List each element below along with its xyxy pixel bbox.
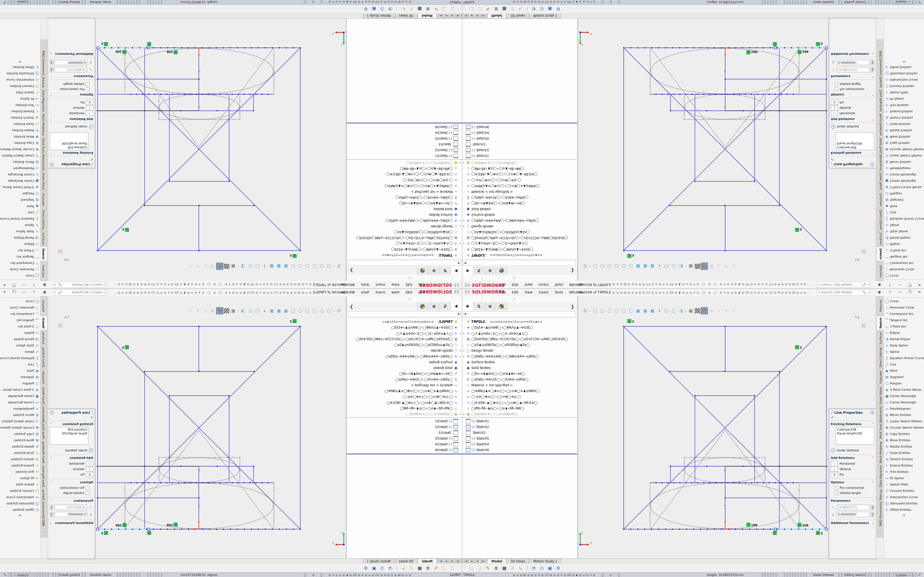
tree-item[interactable]: ◆ Surface Bodies xyxy=(347,359,462,365)
view-toolbar-icon[interactable]: ◨ xyxy=(240,308,246,314)
relation-entry[interactable]: Equal length109 xyxy=(837,432,873,435)
view-toolbar-icon[interactable]: ▦ xyxy=(230,308,236,314)
add-relation-button[interactable]: — Horizontal xyxy=(50,461,93,466)
view-toolbar-icon[interactable]: ▢ xyxy=(599,263,606,269)
tree-filter-input[interactable]: ▼ xyxy=(348,260,461,266)
add-relation-button[interactable]: | Vertical xyxy=(50,466,93,472)
tree-item[interactable]: ▱ ◯✣ИN◎♟✦◯✻⊙∣◯∘◯∣⊙✻◯✦♟◎NИ✣◯ xyxy=(462,183,577,189)
tool-button[interactable]: ⊞ Segment xyxy=(884,374,924,380)
close-button[interactable]: ✕ xyxy=(918,290,921,294)
view-toolbar-icon[interactable]: ↶ xyxy=(701,263,708,270)
feature-manager-tab[interactable]: ⇅ xyxy=(439,302,451,311)
minimize-button[interactable]: — xyxy=(898,283,902,287)
tool-button[interactable]: ◈ 3 Point Center Recta... xyxy=(0,184,40,190)
feature-manager-tab[interactable]: ❖ xyxy=(462,266,473,275)
tool-button[interactable]: ◯ Circle xyxy=(884,272,924,279)
sketch-item[interactable]: (-) Sketch1 xyxy=(462,153,577,159)
tool-button[interactable]: ╱ Line xyxy=(0,361,40,367)
panel-help-icon[interactable]: ? xyxy=(870,411,874,414)
menu-item[interactable]: Tools xyxy=(361,283,370,287)
command-manager-tab[interactable]: MBD Dimensions xyxy=(877,502,884,525)
checkbox[interactable] xyxy=(86,491,89,495)
document-tab[interactable]: 3D Views xyxy=(395,559,418,564)
view-toolbar-icon[interactable]: ▢ xyxy=(599,308,606,314)
custom-dropdown[interactable]: Custom▴ xyxy=(11,0,31,5)
pin-icon[interactable]: ✈ xyxy=(572,283,575,287)
view-toolbar-icon[interactable]: ▢ xyxy=(592,263,598,269)
tool-button[interactable]: ◫ Silhouette Entities xyxy=(0,500,40,507)
mini-tab[interactable] xyxy=(472,296,482,302)
toolbar-overflow-icon[interactable]: ≫ xyxy=(884,514,924,517)
view-toolbar-icon[interactable]: ⊞ xyxy=(209,308,216,314)
account-icon[interactable]: ◉ xyxy=(878,290,881,294)
command-manager-tab[interactable]: Surfaces xyxy=(40,231,47,246)
tool-button[interactable]: ↝ Fit Spline xyxy=(0,475,40,481)
bottom-toolbar-icon[interactable]: ▣ xyxy=(371,566,377,571)
tool-button[interactable]: ↻ Rotate Entities xyxy=(884,443,924,450)
feature-manager-tab[interactable]: ⇅ xyxy=(439,266,451,275)
command-manager-tab[interactable]: Mold Tools xyxy=(40,423,47,439)
view-toolbar-icon[interactable]: ■ xyxy=(649,263,656,269)
tool-button[interactable]: ◌ Perimeter Circle xyxy=(0,305,40,311)
search-dropdown-icon[interactable]: ▾ xyxy=(53,291,57,294)
view-toolbar-icon[interactable]: ▦ xyxy=(230,263,236,269)
tool-button[interactable]: ⌒ Tangent Arc xyxy=(0,254,40,260)
search-input[interactable]: ⬡ Search CAD Models 🔍 ▾ xyxy=(816,282,871,288)
tool-button[interactable]: ⠿ Linear Sketch Pattern xyxy=(884,418,924,424)
tab-nav-button[interactable]: ▶❘ xyxy=(437,559,443,564)
relation-entry[interactable]: Equal length109 xyxy=(51,142,87,145)
tab-nav-button[interactable]: ◀ xyxy=(450,559,456,564)
bottom-toolbar-icon[interactable]: ⇵ xyxy=(509,566,516,571)
expand-icon[interactable]: ⌄ xyxy=(50,52,52,56)
tool-button[interactable]: ⇲ Stretch Entities xyxy=(884,114,924,121)
checkbox[interactable] xyxy=(86,82,89,86)
toolbar-overflow-icon[interactable]: ≫ xyxy=(0,514,40,517)
feature-manager-tab[interactable] xyxy=(496,302,507,311)
collapse-icon[interactable]: ⌃ xyxy=(50,456,52,460)
view-toolbar-icon[interactable]: ⊞ xyxy=(708,263,715,269)
document-tab[interactable]: 3D Views xyxy=(395,13,418,18)
add-relation-button[interactable]: ⚓ Fix xyxy=(831,472,874,477)
tree-item[interactable]: ▸ ◷ ◯人♟◎✣Ƽƨ∘ヱ◯∘◯ヱ∘ƨƼ✣◎♟人◯ xyxy=(347,330,462,336)
add-relation-button[interactable]: ⚓ Fix xyxy=(831,100,874,105)
collapse-icon[interactable]: ⌃ xyxy=(50,422,52,426)
view-toolbar-icon[interactable]: ➚ xyxy=(187,308,194,314)
tool-button[interactable]: ✥ Move Entities xyxy=(0,437,40,443)
collapse-icon[interactable]: ⌃ xyxy=(872,117,874,121)
tool-button[interactable]: ↻ Rotate Entities xyxy=(0,443,40,450)
tree-filter-input[interactable]: ▼ xyxy=(348,311,461,317)
pin-icon[interactable]: ✈ xyxy=(572,290,575,294)
collapse-icon[interactable]: ⌃ xyxy=(872,151,874,155)
tree-item[interactable]: ▤ ◯Ƽƨ✣ƐƼƨ◯ИN◎∘✣ϽƆƐ∩Ƽƨ◯∘◯ƨƼ∩ƐƆϽ✣∘◎NИ◯ƨƼƐ✣… xyxy=(462,235,577,241)
tool-button[interactable]: ƒ Equation Driven Curve xyxy=(884,355,924,361)
panel-collapse-dot[interactable] xyxy=(409,298,411,300)
view-toolbar-icon[interactable]: ▾ xyxy=(589,308,591,314)
tree-item[interactable]: Σ ◯ƨƼИ◎∘✣Α∩ᴨƐ◯∘◯ƐᴨΑ✣∘◎ИƼƨ◯ xyxy=(347,195,462,201)
tool-button[interactable]: ⇲ Stretch Entities xyxy=(0,456,40,463)
tag-icon[interactable]: 🖉 xyxy=(918,573,921,577)
add-relation-button[interactable]: — Horizontal xyxy=(50,111,93,116)
bottom-toolbar-icon[interactable]: ❏ xyxy=(468,566,475,571)
document-tab[interactable]: 3D Views xyxy=(506,559,529,564)
tab-nav-button[interactable]: ◀ xyxy=(468,559,474,564)
command-manager-tab[interactable]: Sheet Metal xyxy=(877,386,884,406)
mini-tab[interactable] xyxy=(462,296,472,302)
quick-access-toolbar[interactable]: ◎ ⚌ ◎ Ш ◎ ◎ ◎ ✣ ◎ ϽƆ ◎ ⚌ ◎ ✦ ◎ ƧƼ ◎ ♟ ◎ … xyxy=(613,283,816,287)
mini-tab[interactable] xyxy=(421,296,431,302)
command-manager-tab[interactable]: Evaluate xyxy=(40,369,47,385)
tree-item[interactable]: Σ ◯ƨƼИ◎∘✣Α∩ᴨƐ◯∘◯ƐᴨΑ✣∘◎ИƼƨ◯ xyxy=(462,376,577,382)
tree-filter-input[interactable]: ▼ xyxy=(463,311,576,317)
command-manager-tab[interactable]: Sheet Metal xyxy=(40,386,47,406)
search-icon[interactable]: 🔍 xyxy=(57,283,63,287)
document-tab[interactable]: Motion Study 1 xyxy=(529,13,561,18)
tool-button[interactable]: ↝ Fit Spline xyxy=(884,96,924,102)
command-manager-tab[interactable]: Data Migration xyxy=(40,90,47,111)
tool-button[interactable]: ⌒ Tangent Arc xyxy=(0,317,40,323)
sketch-item[interactable]: (-) Sketch4 xyxy=(462,441,577,447)
sketch-item[interactable]: (-) Sketch1 xyxy=(347,418,462,424)
view-toolbar-icon[interactable]: ▢ xyxy=(592,308,598,314)
tool-button[interactable]: ⧉ Mirror Entities xyxy=(884,159,924,165)
view-toolbar-icon[interactable]: ↶ xyxy=(216,307,223,314)
bottom-toolbar-icon[interactable]: ⚙ xyxy=(362,566,369,571)
bottom-toolbar-icon[interactable]: ▣ xyxy=(371,6,377,11)
